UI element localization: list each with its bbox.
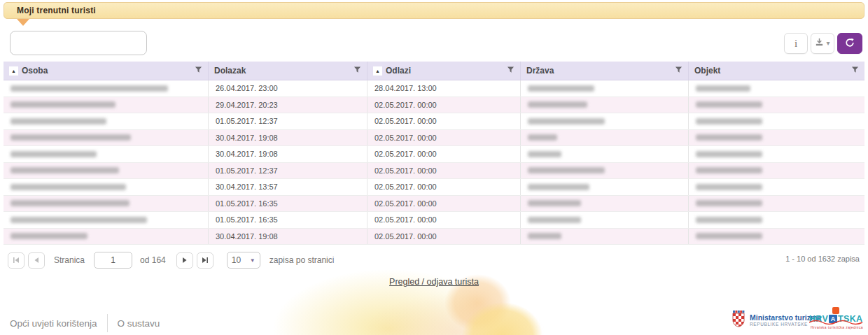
cell-objekt[interactable]: [689, 97, 864, 113]
column-header-drzava[interactable]: Država: [521, 62, 689, 80]
page-number-input[interactable]: [94, 252, 132, 269]
table-row: 30.04.2017. 19:08 02.05.2017. 00:00: [4, 146, 864, 163]
cell-drzava[interactable]: [521, 97, 689, 113]
filter-icon[interactable]: [507, 66, 514, 76]
cell-drzava[interactable]: [521, 179, 689, 195]
redacted-objekt: [696, 217, 762, 223]
column-header-dolazak[interactable]: Dolazak: [209, 62, 368, 80]
croatian-coat-of-arms-icon: [732, 311, 746, 330]
cell-dolazak: 30.04.2017. 19:08: [209, 130, 368, 146]
cell-dolazak-text: 30.04.2017. 19:08: [216, 150, 278, 158]
cell-odlazi-text: 02.05.2017. 00:00: [374, 232, 437, 241]
redacted-drzava: [528, 85, 594, 92]
redacted-drzava: [528, 233, 561, 239]
cell-drzava[interactable]: [521, 196, 689, 212]
cell-drzava[interactable]: [521, 146, 689, 162]
cell-dolazak-text: 26.04.2017. 23:00: [216, 84, 278, 92]
cell-dolazak: 29.04.2017. 20:23: [209, 97, 368, 113]
cell-odlazi: 02.05.2017. 00:00: [368, 212, 521, 228]
redacted-objekt: [696, 118, 762, 124]
cell-osoba[interactable]: [4, 163, 209, 179]
first-page-button[interactable]: [8, 252, 24, 269]
cell-objekt[interactable]: [689, 130, 864, 146]
tab-moji-trenutni-turisti[interactable]: Moji trenutni turisti: [4, 2, 864, 19]
cell-objekt[interactable]: [689, 212, 864, 228]
page-label: Stranica: [54, 255, 85, 265]
download-icon: [815, 38, 824, 49]
cell-objekt[interactable]: [689, 80, 864, 97]
cell-dolazak: 01.05.2017. 12:37: [209, 113, 368, 129]
redacted-drzava: [528, 134, 557, 141]
cell-odlazi-text: 02.05.2017. 00:00: [374, 134, 437, 142]
filter-icon[interactable]: [354, 66, 361, 76]
cell-osoba[interactable]: [4, 80, 209, 97]
cell-objekt[interactable]: [689, 196, 864, 212]
cell-drzava[interactable]: [521, 212, 689, 228]
cell-objekt[interactable]: [689, 179, 864, 195]
table-body: 26.04.2017. 23:00 28.04.2017. 13:00 29.0…: [4, 80, 864, 245]
pregled-odjava-turista-link[interactable]: Pregled / odjava turista: [389, 277, 479, 287]
table-row: 30.04.2017. 19:08 02.05.2017. 00:00: [4, 130, 864, 147]
cell-odlazi: 28.04.2017. 13:00: [368, 80, 521, 97]
info-icon: i: [794, 38, 797, 50]
about-system-link[interactable]: O sustavu: [118, 318, 160, 329]
filter-icon[interactable]: [675, 66, 682, 76]
page-size-select[interactable]: 10 ▼: [227, 252, 260, 269]
cell-osoba[interactable]: [4, 212, 209, 228]
cell-objekt[interactable]: [689, 146, 864, 162]
action-link-wrap: Pregled / odjava turista: [0, 275, 868, 287]
cell-objekt[interactable]: [689, 113, 864, 129]
cell-objekt[interactable]: [689, 163, 864, 179]
cell-dolazak: 01.05.2017. 16:35: [209, 212, 368, 228]
cell-drzava[interactable]: [521, 113, 689, 129]
cell-drzava[interactable]: [521, 130, 689, 146]
terms-link[interactable]: Opći uvjeti korištenja: [10, 318, 97, 329]
next-page-button[interactable]: [176, 252, 193, 269]
column-header-osoba[interactable]: ▲ Osoba: [4, 62, 209, 80]
chevron-down-icon: ▾: [826, 40, 830, 47]
filter-icon[interactable]: [195, 66, 202, 76]
export-button[interactable]: ▾: [811, 33, 834, 54]
cell-dolazak: 30.04.2017. 19:08: [209, 146, 368, 162]
last-page-button[interactable]: [197, 252, 214, 269]
search-input[interactable]: [10, 31, 147, 55]
page: Moji trenutni turisti i ▾: [0, 0, 868, 335]
column-header-odlazi[interactable]: ▲ Odlazi: [368, 62, 521, 80]
column-label: Odlazi: [386, 66, 411, 76]
cell-drzava[interactable]: [521, 163, 689, 179]
table-row: 30.04.2017. 13:57 02.05.2017. 00:00: [4, 179, 864, 196]
cell-odlazi-text: 02.05.2017. 00:00: [374, 117, 437, 125]
cell-osoba[interactable]: [4, 196, 209, 212]
table-header-row: ▲ Osoba Dolazak ▲ Odlazi: [4, 62, 864, 80]
cell-drzava[interactable]: [521, 229, 689, 245]
filter-icon[interactable]: [851, 66, 859, 76]
footer-links: Opći uvjeti korištenja O sustavu: [10, 314, 160, 332]
decorative-blob: [462, 302, 542, 335]
column-label: Dolazak: [214, 66, 246, 76]
cell-osoba[interactable]: [4, 113, 209, 129]
info-button[interactable]: i: [784, 33, 808, 54]
cell-dolazak-text: 30.04.2017. 19:08: [216, 232, 278, 241]
column-label: Objekt: [694, 66, 720, 76]
column-header-objekt[interactable]: Objekt: [689, 62, 864, 80]
cell-dolazak: 30.04.2017. 19:08: [209, 229, 368, 245]
redacted-osoba: [10, 151, 97, 157]
redacted-drzava: [528, 151, 561, 157]
refresh-button[interactable]: [837, 33, 862, 54]
cell-osoba[interactable]: [4, 146, 209, 162]
redacted-osoba: [10, 134, 131, 141]
pagination-bar: Stranica od 164 10 ▼ zapisa po stranici: [4, 250, 864, 271]
records-range-label: 1 - 10 od 1632 zapisa: [785, 255, 860, 263]
redacted-objekt: [696, 151, 762, 157]
cell-osoba[interactable]: [4, 179, 209, 195]
cell-drzava[interactable]: [521, 80, 689, 97]
cell-osoba[interactable]: [4, 130, 209, 146]
cell-dolazak-text: 01.05.2017. 16:35: [216, 199, 278, 208]
cell-osoba[interactable]: [4, 229, 209, 245]
previous-page-button[interactable]: [28, 252, 45, 269]
cell-dolazak: 30.04.2017. 13:57: [209, 179, 368, 195]
cell-odlazi: 02.05.2017. 00:00: [368, 113, 521, 129]
select-arrow-icon: ▼: [250, 257, 255, 264]
cell-osoba[interactable]: [4, 97, 209, 113]
cell-objekt[interactable]: [689, 229, 864, 245]
